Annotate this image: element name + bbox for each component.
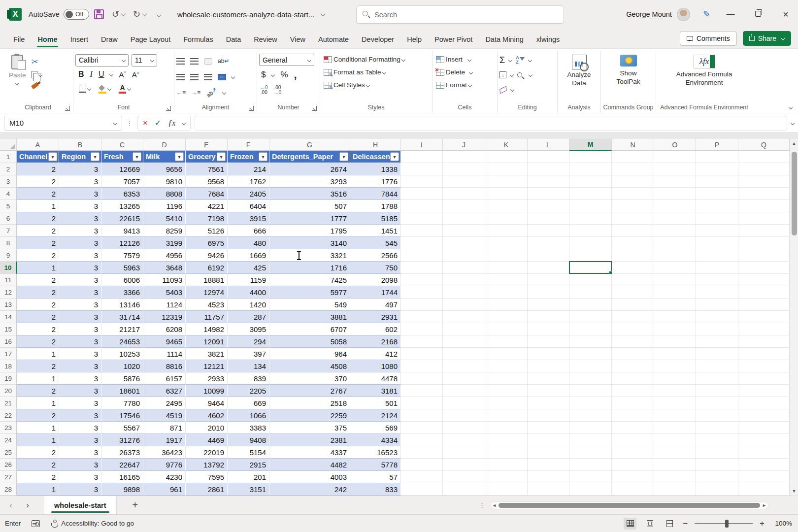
cell-B25[interactable]: 3 <box>59 446 101 459</box>
cell-G7[interactable]: 1795 <box>269 225 350 237</box>
cell-M[interactable] <box>569 299 612 311</box>
cell-G5[interactable]: 507 <box>269 200 350 212</box>
cell-K[interactable] <box>485 225 528 237</box>
cell-I[interactable] <box>401 188 443 200</box>
minimize-button[interactable]: — <box>723 9 738 19</box>
select-all-corner[interactable] <box>0 139 17 151</box>
cell-Q[interactable] <box>738 483 790 496</box>
share-button[interactable]: Share <box>743 31 791 46</box>
cell-P[interactable] <box>696 422 738 434</box>
cell-N[interactable] <box>612 446 654 459</box>
cell-G27[interactable]: 4003 <box>269 471 350 483</box>
cell-D25[interactable]: 36423 <box>143 446 186 459</box>
cell-O[interactable] <box>654 348 696 360</box>
cell-I[interactable] <box>401 459 443 471</box>
cell-C6[interactable]: 22615 <box>101 212 143 225</box>
next-sheet-button[interactable]: › <box>21 500 34 510</box>
advanced-formula-environment-button[interactable]: λfx Advanced Formula Environment <box>672 52 736 88</box>
cell-E20[interactable]: 10099 <box>186 385 228 397</box>
cell-L[interactable] <box>528 249 569 262</box>
cell-M[interactable] <box>569 397 612 409</box>
cell-I[interactable] <box>401 262 443 274</box>
cell-F15[interactable]: 3095 <box>228 323 269 335</box>
cell-D19[interactable]: 6157 <box>143 372 186 385</box>
row-header-18[interactable]: 18 <box>0 360 17 372</box>
table-header-channel[interactable]: Channel▾ <box>17 151 59 163</box>
cell-G25[interactable]: 4337 <box>269 446 350 459</box>
cell-N[interactable] <box>612 212 654 225</box>
table-header-grocery[interactable]: Grocery▾ <box>186 151 228 163</box>
table-header-delicassen[interactable]: Delicassen▾ <box>350 151 401 163</box>
cell-D6[interactable]: 5410 <box>143 212 186 225</box>
cell-J[interactable] <box>443 385 485 397</box>
table-header-fresh[interactable]: Fresh▾ <box>101 151 143 163</box>
ribbon-tab-view[interactable]: View <box>284 32 312 48</box>
cell-H10[interactable]: 750 <box>350 262 401 274</box>
cell-F17[interactable]: 397 <box>228 348 269 360</box>
cell-N[interactable] <box>612 385 654 397</box>
cell-F22[interactable]: 1066 <box>228 409 269 422</box>
cell-L[interactable] <box>528 175 569 188</box>
cell-K[interactable] <box>485 262 528 274</box>
customize-quick-access-button[interactable] <box>153 10 161 19</box>
cell-G22[interactable]: 2259 <box>269 409 350 422</box>
cell-D14[interactable]: 12319 <box>143 311 186 323</box>
cell-A9[interactable]: 2 <box>17 249 59 262</box>
column-header-L[interactable]: L <box>528 139 569 151</box>
cell-D27[interactable]: 4230 <box>143 471 186 483</box>
cell-Q[interactable] <box>738 471 790 483</box>
cell-O[interactable] <box>654 163 696 175</box>
cell-M[interactable] <box>569 237 612 249</box>
cell-L[interactable] <box>528 372 569 385</box>
cell-H9[interactable]: 2566 <box>350 249 401 262</box>
ribbon-tab-help[interactable]: Help <box>400 32 428 48</box>
row-header-24[interactable]: 24 <box>0 434 17 446</box>
cell-C7[interactable]: 9413 <box>101 225 143 237</box>
cell-P[interactable] <box>696 471 738 483</box>
save-icon[interactable] <box>94 9 104 19</box>
cell-O[interactable] <box>654 422 696 434</box>
cell-A3[interactable]: 2 <box>17 175 59 188</box>
cell-Q[interactable] <box>738 348 790 360</box>
cell-Q[interactable] <box>738 163 790 175</box>
cell-H7[interactable]: 1451 <box>350 225 401 237</box>
ribbon-tab-automate[interactable]: Automate <box>312 32 355 48</box>
cell-Q[interactable] <box>738 372 790 385</box>
cell-A26[interactable]: 2 <box>17 459 59 471</box>
cell-B18[interactable]: 3 <box>59 360 101 372</box>
cell-F18[interactable]: 134 <box>228 360 269 372</box>
cell-J[interactable] <box>443 163 485 175</box>
cell-C23[interactable]: 5567 <box>101 422 143 434</box>
cell-A20[interactable]: 2 <box>17 385 59 397</box>
row-header-27[interactable]: 27 <box>0 471 17 483</box>
cell-N[interactable] <box>612 422 654 434</box>
bold-button[interactable]: B <box>78 70 84 79</box>
cell-I[interactable] <box>401 286 443 299</box>
cell-O[interactable] <box>654 286 696 299</box>
cell-G26[interactable]: 4482 <box>269 459 350 471</box>
cell-B8[interactable]: 3 <box>59 237 101 249</box>
cell-J[interactable] <box>443 446 485 459</box>
cell-L[interactable] <box>528 360 569 372</box>
accessibility-status[interactable]: Accessibility: Good to go <box>51 520 134 528</box>
cell-J[interactable] <box>443 225 485 237</box>
cell-N[interactable] <box>612 163 654 175</box>
cell-A5[interactable]: 1 <box>17 200 59 212</box>
cell-Q[interactable] <box>738 212 790 225</box>
delete-cells-button[interactable]: Delete <box>434 67 474 77</box>
cell-K[interactable] <box>485 299 528 311</box>
cell-H8[interactable]: 545 <box>350 237 401 249</box>
cell-B22[interactable]: 3 <box>59 409 101 422</box>
table-header-frozen[interactable]: Frozen▾ <box>228 151 269 163</box>
cell-B24[interactable]: 3 <box>59 434 101 446</box>
cell-A22[interactable]: 2 <box>17 409 59 422</box>
cell-A2[interactable]: 2 <box>17 163 59 175</box>
zoom-out-button[interactable]: − <box>683 519 688 529</box>
cell-Q[interactable] <box>738 446 790 459</box>
cell-A16[interactable]: 2 <box>17 335 59 348</box>
row-header-2[interactable]: 2 <box>0 163 17 175</box>
cell-P[interactable] <box>696 409 738 422</box>
cell-G19[interactable]: 370 <box>269 372 350 385</box>
row-header-14[interactable]: 14 <box>0 311 17 323</box>
cell-I[interactable] <box>401 249 443 262</box>
